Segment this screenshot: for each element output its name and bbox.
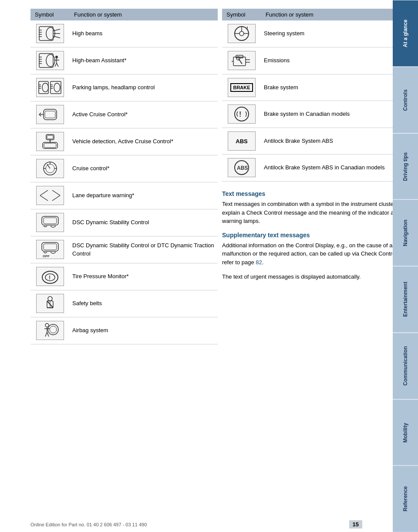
symbol-cell: BRAKE bbox=[222, 74, 261, 101]
table-row: OFF DSC Dynamic Stability Control or DTC… bbox=[30, 236, 218, 263]
svg-line-48 bbox=[52, 195, 60, 201]
vehicle-detection-label: Vehicle detection, Active Cruise Control… bbox=[70, 128, 218, 155]
symbol-cell: ! bbox=[30, 263, 70, 290]
svg-point-38 bbox=[50, 141, 51, 143]
sidebar-tab-mobility[interactable]: Mobility bbox=[393, 399, 418, 466]
svg-point-68 bbox=[50, 326, 57, 333]
airbag-icon bbox=[36, 321, 64, 340]
symbol-cell bbox=[30, 20, 70, 47]
dsc-dtc-label: DSC Dynamic Stability Control or DTC Dyn… bbox=[70, 236, 218, 263]
symbol-cell: OFF bbox=[30, 236, 70, 263]
table-row: ABS Antilock Brake System ABS bbox=[222, 128, 409, 155]
svg-text:!: ! bbox=[239, 111, 241, 118]
supplementary-body2: The text of urgent messages is displayed… bbox=[222, 273, 409, 281]
symbol-cell bbox=[30, 101, 70, 128]
svg-text:!: ! bbox=[246, 26, 248, 31]
table-row: DSC Dynamic Stability Control bbox=[30, 209, 218, 236]
cruise-control-icon bbox=[36, 159, 64, 178]
brake-canadian-icon: ! bbox=[228, 104, 256, 124]
brake-canadian-label: Brake system in Canadian models bbox=[261, 101, 409, 128]
table-row: Active Cruise Control* bbox=[30, 101, 218, 128]
page-ref-link[interactable]: 82 bbox=[256, 259, 262, 266]
symbol-cell: ABS bbox=[222, 155, 261, 182]
sidebar-tab-navigation[interactable]: Navigation bbox=[393, 199, 418, 266]
text-messages-body: Text messages in combination with a symb… bbox=[222, 200, 409, 226]
sidebar-tab-entertainment[interactable]: Entertainment bbox=[393, 266, 418, 333]
right-col2-header: Function or system bbox=[261, 9, 409, 20]
right-col1-header: Symbol bbox=[222, 9, 261, 20]
safety-belts-icon bbox=[36, 294, 64, 313]
abs-icon: ABS bbox=[228, 131, 256, 151]
supplementary-title: Supplementary text messages bbox=[222, 232, 409, 239]
svg-point-70 bbox=[239, 31, 244, 36]
left-col2-header: Function or system bbox=[70, 9, 218, 20]
abs-canadian-label: Antilock Brake System ABS in Canadian mo… bbox=[261, 155, 409, 182]
table-row: ABS Antilock Brake System ABS in Canadia… bbox=[222, 155, 409, 182]
emissions-icon bbox=[228, 51, 256, 70]
svg-line-66 bbox=[47, 332, 49, 337]
sidebar-tab-reference[interactable]: Reference bbox=[393, 465, 418, 532]
symbol-cell: ! bbox=[222, 101, 261, 128]
svg-point-10 bbox=[46, 54, 55, 67]
symbol-cell: ABS bbox=[222, 128, 261, 155]
svg-point-29 bbox=[54, 83, 60, 92]
dsc-label: DSC Dynamic Stability Control bbox=[70, 209, 218, 236]
svg-line-19 bbox=[57, 63, 58, 67]
svg-line-46 bbox=[40, 195, 48, 201]
svg-line-65 bbox=[45, 332, 47, 337]
abs-canadian-icon: ABS bbox=[228, 158, 256, 177]
symbol-cell bbox=[30, 74, 70, 101]
sidebar-tab-at-a-glance[interactable]: At a glance bbox=[393, 0, 418, 67]
svg-rect-34 bbox=[47, 135, 53, 139]
svg-rect-20 bbox=[39, 81, 48, 94]
dsc-icon bbox=[36, 213, 64, 232]
high-beams-icon bbox=[36, 24, 64, 43]
left-symbol-table: Symbol Function or system bbox=[30, 9, 218, 344]
page-number: 15 bbox=[349, 520, 362, 529]
svg-line-18 bbox=[55, 63, 57, 67]
svg-line-41 bbox=[47, 164, 50, 168]
table-row: ! Brake system in Canadian models bbox=[222, 101, 409, 128]
brake-system-label: Brake system bbox=[261, 74, 409, 101]
svg-point-24 bbox=[42, 83, 48, 92]
table-row: Airbag system bbox=[30, 317, 218, 344]
supplementary-body1: Additional information on the Control Di… bbox=[222, 241, 409, 267]
airbag-label: Airbag system bbox=[70, 317, 218, 344]
safety-belts-label: Safety belts bbox=[70, 290, 218, 317]
table-row: ! Tire Pressure Monitor* bbox=[30, 263, 218, 290]
symbol-cell bbox=[30, 182, 70, 209]
table-row: Lane departure warning* bbox=[30, 182, 218, 209]
right-symbol-table: Symbol Function or system bbox=[222, 9, 409, 182]
symbol-cell bbox=[30, 155, 70, 182]
table-row: Cruise control* bbox=[30, 155, 218, 182]
svg-rect-52 bbox=[44, 244, 57, 250]
high-beam-assistant-icon bbox=[36, 51, 64, 70]
dsc-dtc-icon: OFF bbox=[36, 240, 64, 259]
text-messages-title: Text messages bbox=[222, 190, 409, 197]
sidebar-tab-communication[interactable]: Communication bbox=[393, 333, 418, 399]
symbol-cell bbox=[30, 317, 70, 344]
main-content: Symbol Function or system bbox=[0, 0, 418, 532]
brake-system-icon: BRAKE bbox=[228, 78, 256, 97]
sidebar-tab-driving-tips[interactable]: Driving tips bbox=[393, 133, 418, 200]
symbol-cell bbox=[30, 47, 70, 74]
steering-system-icon: ! bbox=[228, 24, 256, 43]
right-column: Symbol Function or system bbox=[222, 9, 409, 515]
sidebar-tab-controls[interactable]: Controls bbox=[393, 67, 418, 133]
symbol-cell bbox=[30, 128, 70, 155]
table-row: Emissions bbox=[222, 47, 409, 74]
cruise-control-label: Cruise control* bbox=[70, 155, 218, 182]
svg-point-57 bbox=[48, 296, 52, 301]
symbol-cell: ! bbox=[222, 20, 261, 47]
lane-departure-icon bbox=[36, 186, 64, 205]
parking-lamps-label: Parking lamps, headlamp control bbox=[70, 74, 218, 101]
svg-text:ABS: ABS bbox=[237, 165, 248, 171]
brake-text-label: BRAKE bbox=[230, 83, 253, 92]
tire-pressure-icon: ! bbox=[36, 267, 64, 286]
steering-system-label: Steering system bbox=[261, 20, 409, 47]
abs-label: Antilock Brake System ABS bbox=[261, 128, 409, 155]
svg-text:!: ! bbox=[49, 275, 51, 281]
symbol-cell bbox=[30, 290, 70, 317]
svg-line-45 bbox=[40, 190, 48, 195]
vehicle-detection-icon bbox=[36, 132, 64, 151]
